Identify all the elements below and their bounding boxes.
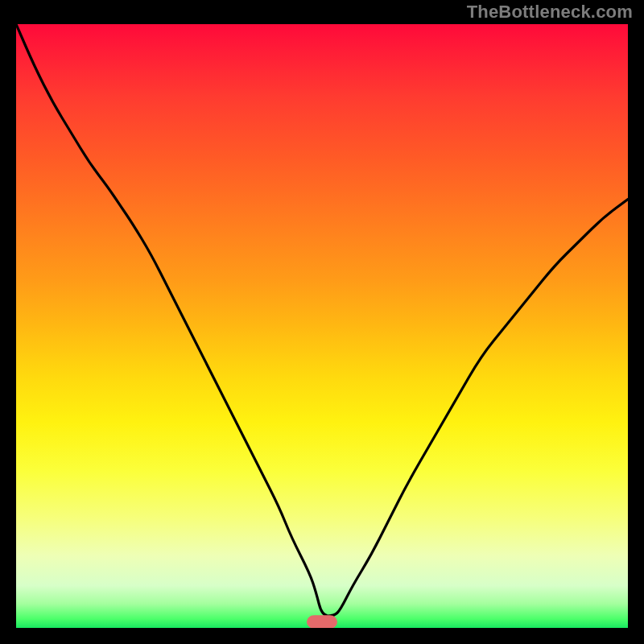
chart-overlay	[16, 24, 628, 628]
watermark-text: TheBottleneck.com	[467, 2, 633, 23]
bottleneck-curve	[16, 24, 628, 616]
plot-area	[16, 24, 628, 628]
optimal-marker	[307, 615, 337, 628]
chart-stage: TheBottleneck.com	[0, 0, 644, 644]
